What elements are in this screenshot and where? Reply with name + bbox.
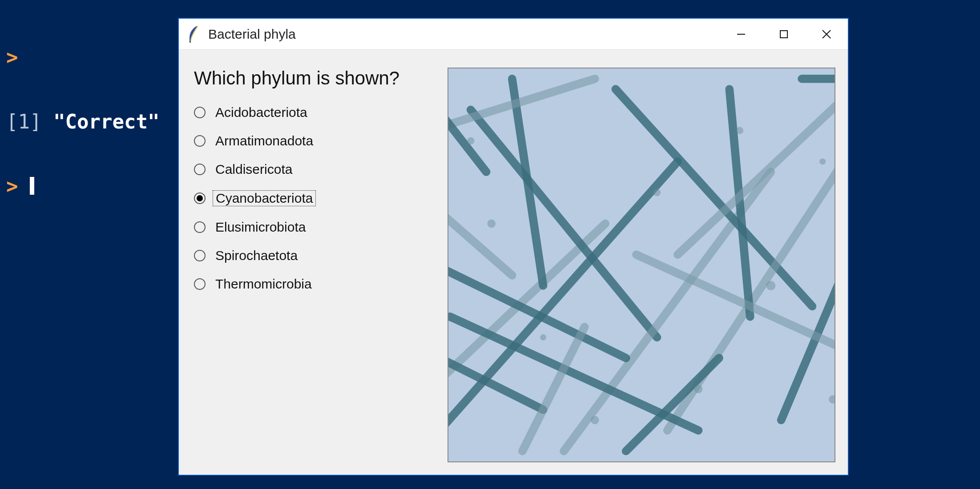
radio-icon bbox=[194, 250, 206, 261]
console-line-2: [1] "Correct" bbox=[6, 111, 159, 132]
svg-rect-1 bbox=[780, 31, 787, 38]
console-output: > [1] "Correct" > bbox=[6, 4, 159, 219]
radio-icon bbox=[194, 164, 206, 175]
window-controls bbox=[720, 19, 848, 49]
svg-point-9 bbox=[694, 385, 703, 393]
output-value: "Correct" bbox=[53, 110, 159, 133]
output-index: [1] bbox=[6, 110, 41, 133]
radio-icon bbox=[194, 221, 206, 233]
radio-option-0[interactable]: Acidobacteriota bbox=[194, 105, 430, 120]
titlebar[interactable]: Bacterial phyla bbox=[179, 19, 848, 50]
maximize-button[interactable] bbox=[762, 19, 805, 49]
feather-icon bbox=[187, 25, 200, 44]
option-label: Spirochaetota bbox=[213, 248, 300, 263]
svg-point-6 bbox=[653, 189, 661, 196]
console-line-3: > bbox=[6, 176, 159, 197]
option-label: Caldisericota bbox=[213, 162, 295, 177]
window-title: Bacterial phyla bbox=[208, 27, 720, 42]
radio-icon bbox=[194, 135, 206, 147]
option-label: Cyanobacteriota bbox=[213, 190, 316, 206]
radio-icon bbox=[194, 192, 206, 204]
dialog-window: Bacterial phyla Which phylum is shown? A… bbox=[178, 18, 849, 476]
option-label: Thermomicrobia bbox=[213, 277, 315, 292]
option-label: Armatimonadota bbox=[213, 133, 316, 148]
svg-point-11 bbox=[819, 158, 826, 164]
svg-point-10 bbox=[467, 137, 474, 144]
minimize-button[interactable] bbox=[720, 19, 762, 49]
option-label: Acidobacteriota bbox=[213, 105, 310, 120]
specimen-image bbox=[448, 68, 835, 462]
cursor bbox=[30, 177, 34, 195]
radio-option-4[interactable]: Elusimicrobiota bbox=[194, 220, 430, 235]
option-label: Elusimicrobiota bbox=[213, 220, 308, 235]
prompt-caret: > bbox=[6, 175, 18, 197]
close-button[interactable] bbox=[805, 19, 848, 49]
svg-point-7 bbox=[766, 281, 775, 290]
prompt-caret: > bbox=[6, 46, 18, 68]
radio-option-2[interactable]: Caldisericota bbox=[194, 162, 430, 177]
svg-point-13 bbox=[736, 127, 743, 134]
radio-icon bbox=[194, 278, 206, 290]
svg-point-8 bbox=[540, 334, 546, 341]
question-panel: Which phylum is shown? Acidobacteriota A… bbox=[194, 68, 430, 462]
console-line-1: > bbox=[6, 47, 159, 68]
radio-option-3[interactable]: Cyanobacteriota bbox=[194, 190, 430, 206]
radio-option-5[interactable]: Spirochaetota bbox=[194, 248, 430, 263]
dialog-content: Which phylum is shown? Acidobacteriota A… bbox=[179, 50, 848, 475]
question-text: Which phylum is shown? bbox=[194, 68, 430, 89]
svg-point-12 bbox=[591, 416, 599, 425]
radio-option-1[interactable]: Armatimonadota bbox=[194, 133, 430, 148]
radio-option-6[interactable]: Thermomicrobia bbox=[194, 277, 430, 292]
svg-point-5 bbox=[487, 220, 496, 228]
radio-icon bbox=[194, 107, 206, 118]
